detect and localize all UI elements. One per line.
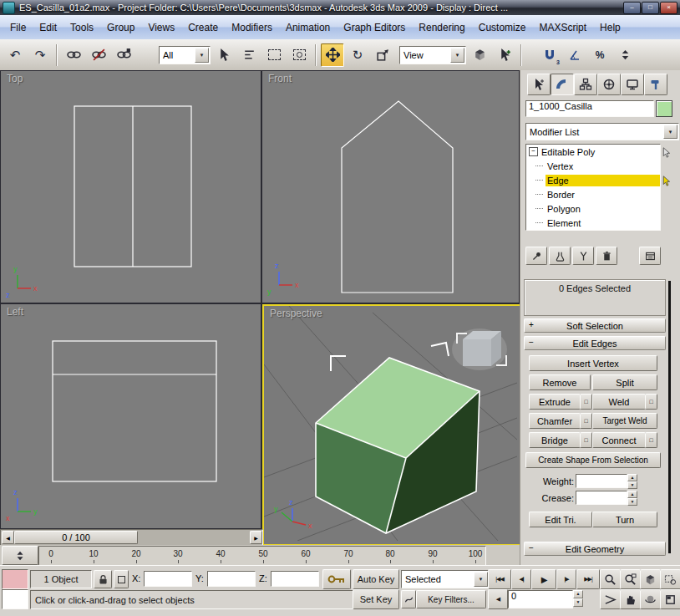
x-coordinate-input[interactable] <box>145 572 196 582</box>
menu-customize[interactable]: Customize <box>472 16 533 39</box>
snaps-toggle-button[interactable]: 3 <box>538 43 561 67</box>
collapse-icon[interactable]: − <box>529 543 534 552</box>
chamfer-settings-button[interactable]: □ <box>580 413 592 429</box>
key-tangent-icon[interactable] <box>401 590 416 608</box>
make-unique-button[interactable] <box>572 247 594 265</box>
bind-to-space-warp-icon[interactable] <box>112 43 135 67</box>
maxscript-listener-pink[interactable] <box>2 569 28 589</box>
weld-settings-button[interactable]: □ <box>645 394 657 410</box>
chevron-down-icon[interactable]: ▼ <box>195 48 209 63</box>
menu-file[interactable]: File <box>3 16 33 39</box>
extrude-button[interactable]: Extrude <box>529 394 581 410</box>
field-of-view-button[interactable] <box>600 589 621 609</box>
object-name-field[interactable] <box>525 100 654 117</box>
select-by-name-button[interactable] <box>237 43 261 67</box>
menu-rendering[interactable]: Rendering <box>412 16 471 39</box>
menu-graph-editors[interactable]: Graph Editors <box>337 16 412 39</box>
chamfer-button[interactable]: Chamfer <box>529 413 581 429</box>
edit-tri-button[interactable]: Edit Tri. <box>529 512 592 527</box>
object-color-swatch[interactable] <box>656 100 672 117</box>
stack-item-element[interactable]: Element <box>526 216 660 230</box>
bridge-settings-button[interactable]: □ <box>580 432 592 448</box>
select-object-button[interactable] <box>212 43 236 67</box>
open-mini-curve-editor-button[interactable] <box>2 546 38 565</box>
x-coordinate-field[interactable] <box>144 571 192 587</box>
minimize-button[interactable]: – <box>623 2 641 14</box>
tab-motion[interactable] <box>597 74 621 95</box>
maxscript-listener-white[interactable] <box>2 589 28 609</box>
zoom-all-button[interactable] <box>620 569 641 589</box>
weld-button[interactable]: Weld <box>592 394 646 410</box>
y-coordinate-field[interactable] <box>207 571 256 587</box>
selection-lock-toggle[interactable] <box>94 570 112 588</box>
set-key-button[interactable]: Set Key <box>353 589 399 609</box>
redo-button[interactable]: ↷ <box>28 43 52 67</box>
tab-display[interactable] <box>621 74 644 95</box>
stack-item-polygon[interactable]: Polygon <box>526 201 660 216</box>
track-bar-ruler[interactable]: 0 10 20 30 40 50 60 70 80 90 100 <box>38 546 486 566</box>
collapse-icon[interactable]: − <box>529 338 534 347</box>
tab-utilities[interactable] <box>644 74 667 95</box>
expand-icon[interactable]: + <box>529 320 534 329</box>
title-bar[interactable]: ES_Casilla_01a2.max - Project Folder: C:… <box>0 0 680 15</box>
use-pivot-center-button[interactable] <box>468 43 491 67</box>
insert-vertex-button[interactable]: Insert Vertex <box>529 355 657 371</box>
remove-modifier-button[interactable] <box>596 247 617 265</box>
close-button[interactable]: × <box>660 2 677 14</box>
tab-modify[interactable] <box>551 74 574 95</box>
key-mode-toggle[interactable] <box>322 569 351 589</box>
key-filters-button[interactable]: Key Filters... <box>416 590 486 608</box>
select-and-scale-button[interactable] <box>371 43 394 67</box>
stack-item-editable-poly[interactable]: − Editable Poly <box>526 145 660 159</box>
weight-spinner[interactable]: ▲▼ <box>627 474 637 487</box>
modifier-stack[interactable]: − Editable Poly Vertex Edge Border Polyg… <box>525 144 661 231</box>
crease-input[interactable] <box>576 492 632 501</box>
select-and-link-icon[interactable] <box>62 43 85 67</box>
viewport-top[interactable]: Top y x z <box>1 71 261 303</box>
stack-item-vertex[interactable]: Vertex <box>526 159 660 173</box>
viewport-perspective[interactable]: Perspective <box>262 304 522 546</box>
object-name-input[interactable] <box>526 101 658 111</box>
panel-scrollbar[interactable] <box>668 281 671 553</box>
weight-field[interactable] <box>576 474 627 488</box>
maximize-viewport-toggle[interactable] <box>660 589 680 609</box>
viewport-left[interactable]: Left z y x <box>1 304 261 528</box>
current-frame-field[interactable] <box>508 590 573 608</box>
menu-maxscript[interactable]: MAXScript <box>532 16 593 39</box>
play-button[interactable]: ▶ <box>531 569 556 589</box>
chevron-down-icon[interactable]: ▼ <box>450 48 464 63</box>
pin-stack-button[interactable] <box>525 247 547 265</box>
crease-field[interactable] <box>576 491 627 505</box>
stack-item-border[interactable]: Border <box>526 187 660 201</box>
connect-settings-button[interactable]: □ <box>645 432 657 448</box>
collapse-icon[interactable]: − <box>529 147 538 156</box>
next-frame-button[interactable]: |▶ <box>556 569 576 589</box>
create-shape-from-selection-button[interactable]: Create Shape From Selection <box>525 452 661 468</box>
menu-help[interactable]: Help <box>593 16 627 39</box>
turn-button[interactable]: Turn <box>592 512 657 527</box>
maximize-button[interactable]: □ <box>642 2 659 14</box>
angle-snap-toggle-button[interactable] <box>563 43 586 67</box>
current-frame-input[interactable] <box>509 591 577 601</box>
soft-selection-rollout[interactable]: +Soft Selection <box>524 318 666 333</box>
extrude-settings-button[interactable]: □ <box>580 394 592 410</box>
connect-button[interactable]: Connect <box>592 432 646 448</box>
select-and-move-button[interactable] <box>321 43 344 67</box>
zoom-region-button[interactable] <box>660 569 680 589</box>
menu-views[interactable]: Views <box>141 16 181 39</box>
configure-modifier-sets-button[interactable] <box>639 247 661 265</box>
bridge-button[interactable]: Bridge <box>529 432 581 448</box>
window-crossing-toggle-button[interactable] <box>287 43 311 67</box>
menu-group[interactable]: Group <box>100 16 141 39</box>
arc-rotate-button[interactable] <box>640 589 661 609</box>
time-slider-track[interactable]: ◀ 0 / 100 ▶ <box>0 529 263 546</box>
crease-spinner[interactable]: ▲▼ <box>627 491 637 504</box>
viewport-front[interactable]: Front z x y <box>262 71 519 303</box>
z-coordinate-field[interactable] <box>271 571 319 587</box>
time-slider-handle[interactable]: 0 / 100 <box>14 531 138 544</box>
select-and-rotate-button[interactable]: ↻ <box>346 43 369 67</box>
y-coordinate-input[interactable] <box>208 572 260 582</box>
go-to-start-button[interactable]: |◀◀ <box>488 569 511 589</box>
unlink-selection-icon[interactable] <box>87 43 110 67</box>
menu-tools[interactable]: Tools <box>63 16 100 39</box>
